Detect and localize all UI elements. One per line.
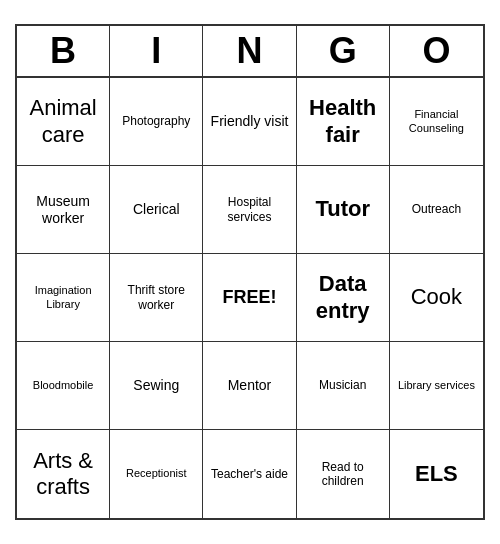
bingo-cell-1: Photography bbox=[110, 78, 203, 166]
bingo-cell-12: FREE! bbox=[203, 254, 296, 342]
cell-text-4: Financial Counseling bbox=[394, 108, 479, 134]
header-letter-i: I bbox=[110, 26, 203, 76]
bingo-cell-7: Hospital services bbox=[203, 166, 296, 254]
cell-text-12: FREE! bbox=[222, 287, 276, 309]
bingo-cell-24: ELS bbox=[390, 430, 483, 518]
header-letter-o: O bbox=[390, 26, 483, 76]
bingo-header: BINGO bbox=[17, 26, 483, 78]
bingo-cell-22: Teacher's aide bbox=[203, 430, 296, 518]
cell-text-10: Imagination Library bbox=[21, 284, 105, 310]
cell-text-9: Outreach bbox=[412, 202, 461, 216]
cell-text-14: Cook bbox=[411, 284, 462, 310]
bingo-cell-18: Musician bbox=[297, 342, 390, 430]
cell-text-17: Mentor bbox=[228, 377, 272, 394]
bingo-cell-23: Read to children bbox=[297, 430, 390, 518]
bingo-cell-3: Health fair bbox=[297, 78, 390, 166]
cell-text-22: Teacher's aide bbox=[211, 467, 288, 481]
bingo-cell-2: Friendly visit bbox=[203, 78, 296, 166]
bingo-cell-10: Imagination Library bbox=[17, 254, 110, 342]
cell-text-8: Tutor bbox=[315, 196, 370, 222]
cell-text-19: Library services bbox=[398, 379, 475, 392]
bingo-cell-5: Museum worker bbox=[17, 166, 110, 254]
bingo-cell-0: Animal care bbox=[17, 78, 110, 166]
cell-text-24: ELS bbox=[415, 461, 458, 487]
bingo-cell-8: Tutor bbox=[297, 166, 390, 254]
bingo-cell-19: Library services bbox=[390, 342, 483, 430]
cell-text-7: Hospital services bbox=[207, 195, 291, 224]
bingo-cell-4: Financial Counseling bbox=[390, 78, 483, 166]
cell-text-0: Animal care bbox=[21, 95, 105, 148]
cell-text-2: Friendly visit bbox=[211, 113, 289, 130]
bingo-cell-13: Data entry bbox=[297, 254, 390, 342]
bingo-cell-11: Thrift store worker bbox=[110, 254, 203, 342]
bingo-cell-15: Bloodmobile bbox=[17, 342, 110, 430]
cell-text-6: Clerical bbox=[133, 201, 180, 218]
bingo-grid: Animal carePhotographyFriendly visitHeal… bbox=[17, 78, 483, 518]
bingo-cell-6: Clerical bbox=[110, 166, 203, 254]
cell-text-20: Arts & crafts bbox=[21, 448, 105, 501]
cell-text-5: Museum worker bbox=[21, 193, 105, 227]
bingo-cell-9: Outreach bbox=[390, 166, 483, 254]
bingo-cell-20: Arts & crafts bbox=[17, 430, 110, 518]
cell-text-3: Health fair bbox=[301, 95, 385, 148]
bingo-cell-21: Receptionist bbox=[110, 430, 203, 518]
header-letter-b: B bbox=[17, 26, 110, 76]
cell-text-11: Thrift store worker bbox=[114, 283, 198, 312]
header-letter-g: G bbox=[297, 26, 390, 76]
cell-text-13: Data entry bbox=[301, 271, 385, 324]
cell-text-21: Receptionist bbox=[126, 467, 187, 480]
cell-text-1: Photography bbox=[122, 114, 190, 128]
cell-text-18: Musician bbox=[319, 378, 366, 392]
bingo-cell-16: Sewing bbox=[110, 342, 203, 430]
header-letter-n: N bbox=[203, 26, 296, 76]
bingo-cell-14: Cook bbox=[390, 254, 483, 342]
cell-text-16: Sewing bbox=[133, 377, 179, 394]
cell-text-15: Bloodmobile bbox=[33, 379, 94, 392]
cell-text-23: Read to children bbox=[301, 460, 385, 489]
bingo-card: BINGO Animal carePhotographyFriendly vis… bbox=[15, 24, 485, 520]
bingo-cell-17: Mentor bbox=[203, 342, 296, 430]
